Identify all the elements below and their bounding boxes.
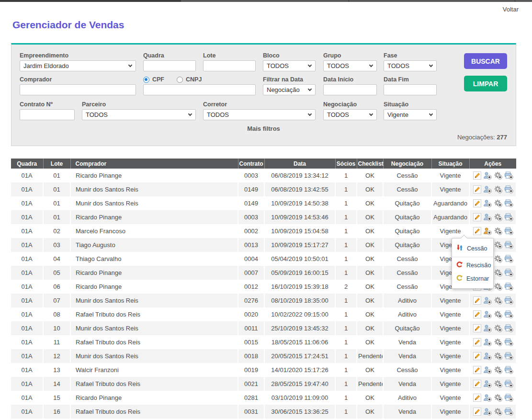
add-person-button[interactable] (483, 324, 492, 333)
add-gear-button[interactable] (494, 269, 503, 277)
printer-plus-icon (504, 185, 513, 193)
edit-button[interactable] (473, 394, 482, 402)
add-gear-button[interactable] (494, 394, 503, 402)
add-gear-button[interactable] (494, 338, 503, 347)
menu-item-rescisao[interactable]: Rescisão (452, 259, 493, 272)
add-person-button[interactable] (483, 394, 492, 402)
add-person-button[interactable] (483, 213, 492, 222)
edit-button[interactable] (473, 199, 482, 208)
print-contract-button[interactable] (504, 171, 513, 180)
print-contract-button[interactable] (504, 408, 513, 416)
lote-input[interactable] (203, 60, 256, 71)
print-contract-button[interactable] (504, 199, 513, 208)
add-gear-button[interactable] (494, 255, 503, 263)
print-contract-button[interactable] (504, 241, 513, 250)
edit-button[interactable] (473, 227, 482, 236)
add-person-button[interactable] (483, 338, 492, 347)
mais-filtros-link[interactable]: Mais filtros (11, 125, 516, 132)
add-person-button[interactable] (483, 185, 492, 194)
fase-select[interactable]: TODOS (384, 60, 437, 71)
cnpj-radio[interactable] (177, 77, 183, 83)
print-contract-button[interactable] (504, 185, 513, 194)
data-fim-input[interactable] (384, 84, 437, 95)
edit-button[interactable] (473, 324, 482, 333)
filtrar-na-data-select[interactable]: Negociação (263, 84, 316, 95)
revert-arrow-icon (456, 274, 463, 284)
menu-item-estornar[interactable]: Estornar (452, 272, 493, 285)
print-contract-button[interactable] (504, 255, 513, 263)
add-person-button[interactable] (483, 171, 492, 180)
add-person-button[interactable] (483, 310, 492, 319)
data-inicio-input[interactable] (323, 84, 377, 95)
edit-button[interactable] (473, 352, 482, 361)
parceiro-select[interactable]: TODOS (82, 109, 196, 120)
table-row: 01A 03 Tiago Augusto 0013 10/09/2019 15:… (11, 238, 516, 252)
corretor-select[interactable]: TODOS (203, 109, 316, 120)
print-contract-button[interactable] (504, 352, 513, 361)
add-gear-button[interactable] (494, 241, 503, 250)
edit-button[interactable] (473, 310, 482, 319)
add-person-button[interactable] (483, 199, 492, 208)
add-gear-button[interactable] (494, 199, 503, 208)
quadra-label: Quadra (143, 52, 196, 59)
add-person-button[interactable] (483, 380, 492, 388)
add-person-button[interactable] (483, 296, 492, 305)
add-gear-button[interactable] (494, 171, 503, 180)
edit-icon (473, 338, 481, 346)
edit-button[interactable] (473, 171, 482, 180)
print-contract-button[interactable] (504, 394, 513, 402)
add-person-button[interactable] (483, 366, 492, 375)
add-gear-button[interactable] (494, 227, 503, 236)
print-contract-button[interactable] (504, 227, 513, 236)
bloco-select[interactable]: TODOS (263, 60, 316, 71)
add-gear-button[interactable] (494, 310, 503, 319)
print-contract-button[interactable] (504, 283, 513, 291)
cnpj-radio-option[interactable]: CNPJ (177, 76, 202, 83)
print-contract-button[interactable] (504, 269, 513, 277)
menu-item-cessao[interactable]: Cessão (452, 242, 493, 255)
edit-button[interactable] (473, 185, 482, 194)
limpar-button[interactable]: LIMPAR (464, 76, 507, 91)
edit-button[interactable] (473, 366, 482, 375)
print-contract-button[interactable] (504, 296, 513, 305)
gear-plus-icon (494, 380, 502, 388)
add-gear-button[interactable] (494, 185, 503, 194)
back-link[interactable]: Voltar (503, 6, 519, 13)
add-gear-button[interactable] (494, 366, 503, 375)
add-gear-button[interactable] (494, 352, 503, 361)
buscar-button[interactable]: BUSCAR (464, 53, 507, 69)
cpf-radio-option[interactable]: CPF (143, 76, 164, 83)
edit-button[interactable] (473, 380, 482, 388)
cell-socios: 1 (335, 169, 357, 182)
comprador-input[interactable] (20, 84, 136, 95)
print-contract-button[interactable] (504, 366, 513, 375)
edit-button[interactable] (473, 408, 482, 416)
cpf-radio[interactable] (143, 77, 149, 83)
add-gear-button[interactable] (494, 324, 503, 333)
add-gear-button[interactable] (494, 380, 503, 388)
cell-negociacao: Cessão (383, 182, 431, 196)
add-gear-button[interactable] (494, 283, 503, 291)
print-contract-button[interactable] (504, 213, 513, 222)
document-number-input[interactable] (143, 84, 256, 95)
print-contract-button[interactable] (504, 380, 513, 388)
add-person-button[interactable] (483, 227, 492, 236)
add-gear-button[interactable] (494, 213, 503, 222)
contrato-input[interactable] (20, 109, 75, 120)
add-person-button[interactable] (483, 352, 492, 361)
print-contract-button[interactable] (504, 324, 513, 333)
negociacao-select[interactable]: TODOS (323, 109, 377, 120)
cell-socios: 1 (335, 377, 357, 391)
situacao-select[interactable]: Vigente (384, 109, 437, 120)
add-gear-button[interactable] (494, 408, 503, 416)
add-gear-button[interactable] (494, 296, 503, 305)
grupo-select[interactable]: TODOS (323, 60, 377, 71)
print-contract-button[interactable] (504, 310, 513, 319)
add-person-button[interactable] (483, 408, 492, 416)
empreendimento-select[interactable]: Jardim Eldorado (20, 60, 136, 71)
print-contract-button[interactable] (504, 338, 513, 347)
edit-button[interactable] (473, 296, 482, 305)
quadra-input[interactable] (143, 60, 196, 71)
edit-button[interactable] (473, 213, 482, 222)
edit-button[interactable] (473, 338, 482, 347)
